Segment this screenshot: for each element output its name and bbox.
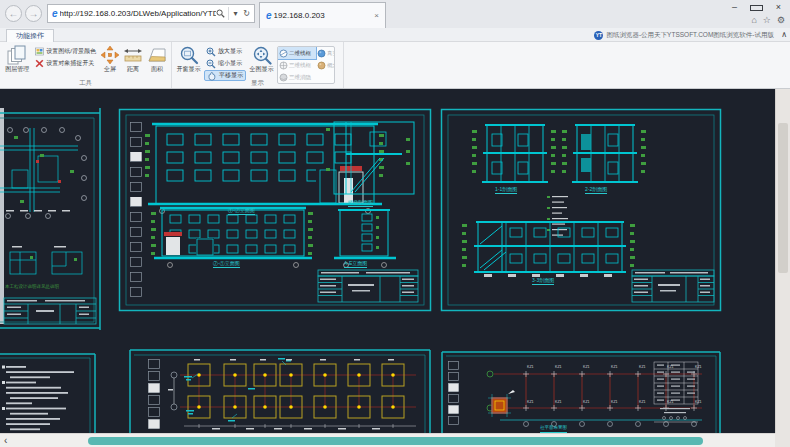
magnifier-window-icon <box>179 45 199 65</box>
scroll-left-arrow-icon[interactable]: ‹ <box>4 435 7 446</box>
fullscreen-button[interactable]: 全屏 <box>100 44 120 73</box>
display-group-label: 显示 <box>172 79 343 88</box>
tab-title: 192.168.0.203 <box>274 11 373 20</box>
sheet-column-plan: KZ1KZ1 KZ1KZ1 KZ1KZ1 KZ1 <box>440 350 722 433</box>
ribbon-group-tools: 图层管理 设置图纸/背景颜色 设置对象捕捉开关 <box>0 42 172 88</box>
display-small-column: 放大显示 缩小显示 平移显示 <box>204 44 246 81</box>
visual-style-2d-wireframe[interactable]: 二维线框 <box>278 47 316 59</box>
vertical-scrollbar-thumb[interactable] <box>778 123 788 273</box>
sheet-elevations-drawing <box>118 108 432 312</box>
fit-view-button[interactable]: 全图显示 <box>248 44 275 73</box>
visual-style-conceptual[interactable]: 概念 <box>316 59 334 71</box>
sheet-elevations: ①-⑦立面图 楼梯剖面图 ⑦-①立面图 A-E立面图 <box>118 108 432 312</box>
distance-ruler-icon <box>123 45 143 65</box>
visual-style-realistic[interactable]: 真实 <box>316 47 334 59</box>
search-icon[interactable] <box>216 9 227 18</box>
svg-text:KZ1: KZ1 <box>555 400 562 404</box>
svg-text:KZ1: KZ1 <box>695 400 702 404</box>
notes-text: 本工程设计说明详见总说明 <box>5 284 59 289</box>
drawing-title-elevation-bottom: ⑦-①立面图 <box>213 260 240 268</box>
wireframe-2d-icon <box>279 49 288 58</box>
svg-text:KZ1: KZ1 <box>639 365 646 369</box>
restore-icon <box>750 5 763 11</box>
autocomplete-dropdown-icon[interactable]: ▾ <box>230 9 241 18</box>
refresh-icon[interactable]: ↻ <box>241 9 252 18</box>
app-caption: YT 图纸浏览器-公用天下YTSSOFT.COM图纸浏览软件-试用版 <box>594 28 774 42</box>
magnifier-fit-icon <box>252 45 272 65</box>
set-color-button[interactable]: 设置图纸/背景颜色 <box>33 46 98 57</box>
drawing-title-section-2: 2-2剖面图 <box>585 186 607 194</box>
ie-favicon-icon: e <box>52 8 58 19</box>
ribbon-group-display: 开窗显示 放大显示 缩小显示 <box>172 42 344 88</box>
browser-chrome: ← → e http://192.168.0.203/DLWeb/Applica… <box>0 0 790 28</box>
svg-text:KZ1: KZ1 <box>555 365 562 369</box>
tab-function-operations[interactable]: 功能操作 <box>6 29 54 42</box>
sheet-sections: 1-1剖面图 2-2剖面图 3-3剖面图 <box>440 108 722 312</box>
cad-canvas[interactable]: 本工程设计说明详见总说明 <box>0 89 790 433</box>
sheet-notes-drawing <box>0 352 97 433</box>
zoom-out-button[interactable]: 缩小显示 <box>204 58 246 69</box>
app-caption-text: 图纸浏览器-公用天下YTSSOFT.COM图纸浏览软件-试用版 <box>606 31 774 40</box>
ribbon-tab-row: 功能操作 YT 图纸浏览器-公用天下YTSSOFT.COM图纸浏览软件-试用版 … <box>0 28 790 42</box>
drawing-title-side-elevation: A-E立面图 <box>344 260 367 268</box>
settings-gear-icon[interactable]: ⚙ <box>777 15 785 25</box>
sheet-notes <box>0 352 97 433</box>
drawing-title-column-plan: 柱平面布置图 <box>540 425 567 433</box>
svg-text:KZ1: KZ1 <box>639 400 646 404</box>
tools-group-label: 工具 <box>0 79 171 88</box>
realistic-sphere-icon <box>317 49 326 58</box>
zoom-in-icon <box>206 47 216 57</box>
sheet-foundation-plan-drawing <box>128 348 432 433</box>
forward-button[interactable]: → <box>25 5 42 22</box>
app-logo-icon: YT <box>594 31 603 40</box>
svg-text:KZ1: KZ1 <box>527 365 534 369</box>
window-controls: – × <box>728 2 785 13</box>
drawing-title-section-3: 3-3剖面图 <box>532 277 554 285</box>
vertical-scrollbar[interactable] <box>775 89 790 433</box>
visual-style-3d-wireframe[interactable]: 三维线框 <box>278 59 316 71</box>
zoom-out-icon <box>206 59 216 69</box>
ribbon-collapse-icon[interactable]: ∧ <box>781 30 787 39</box>
drawing-title-elevation-top: ①-⑦立面图 <box>228 207 255 215</box>
snap-toggle-icon <box>35 59 44 68</box>
layer-manager-button[interactable]: 图层管理 <box>3 44 31 73</box>
layers-icon <box>7 45 27 65</box>
measure-distance-button[interactable]: 距离 <box>122 44 144 73</box>
back-icon: ← <box>9 8 19 19</box>
color-settings-icon <box>35 47 44 56</box>
sheet-sections-drawing <box>440 108 722 312</box>
favorites-icon[interactable]: ☆ <box>763 15 771 25</box>
fullscreen-arrows-icon <box>100 45 120 65</box>
measure-area-button[interactable]: 面积 <box>146 44 168 73</box>
svg-text:KZ1: KZ1 <box>611 400 618 404</box>
area-polygon-icon <box>147 45 167 65</box>
svg-text:KZ1: KZ1 <box>583 365 590 369</box>
address-separator <box>228 7 229 20</box>
zoom-in-button[interactable]: 放大显示 <box>204 46 246 57</box>
sheet-plan-partial-drawing <box>0 100 107 332</box>
drawing-title-section-1: 1-1剖面图 <box>495 186 517 194</box>
sheet-foundation-plan <box>128 348 432 433</box>
restore-button[interactable] <box>750 2 763 13</box>
forward-icon: → <box>29 8 39 19</box>
ribbon: 图层管理 设置图纸/背景颜色 设置对象捕捉开关 <box>0 42 790 89</box>
browser-tab[interactable]: e 192.168.0.203 × <box>259 2 386 28</box>
address-bar[interactable]: e http://192.168.0.203/DLWeb/Application… <box>47 4 255 23</box>
horizontal-scrollbar[interactable]: ‹ <box>0 433 790 447</box>
svg-text:KZ1: KZ1 <box>611 365 618 369</box>
window-zoom-button[interactable]: 开窗显示 <box>175 44 202 73</box>
back-button[interactable]: ← <box>5 5 22 22</box>
tab-favicon-icon: e <box>266 10 272 21</box>
svg-text:KZ1: KZ1 <box>527 400 534 404</box>
horizontal-scrollbar-thumb[interactable] <box>88 437 703 445</box>
svg-text:KZ1: KZ1 <box>695 365 702 369</box>
conceptual-sphere-icon <box>317 61 326 70</box>
url-text: http://192.168.0.203/DLWeb/Application/Y… <box>60 9 216 18</box>
set-osnap-button[interactable]: 设置对象捕捉开关 <box>33 58 98 69</box>
sheet-column-plan-drawing: KZ1KZ1 KZ1KZ1 KZ1KZ1 KZ1 <box>440 350 722 433</box>
home-icon[interactable]: ⌂ <box>751 15 756 25</box>
scrollbar-corner <box>775 433 790 447</box>
minimize-button[interactable]: – <box>728 2 741 13</box>
close-button[interactable]: × <box>772 2 785 13</box>
tab-close-icon[interactable]: × <box>372 11 381 20</box>
